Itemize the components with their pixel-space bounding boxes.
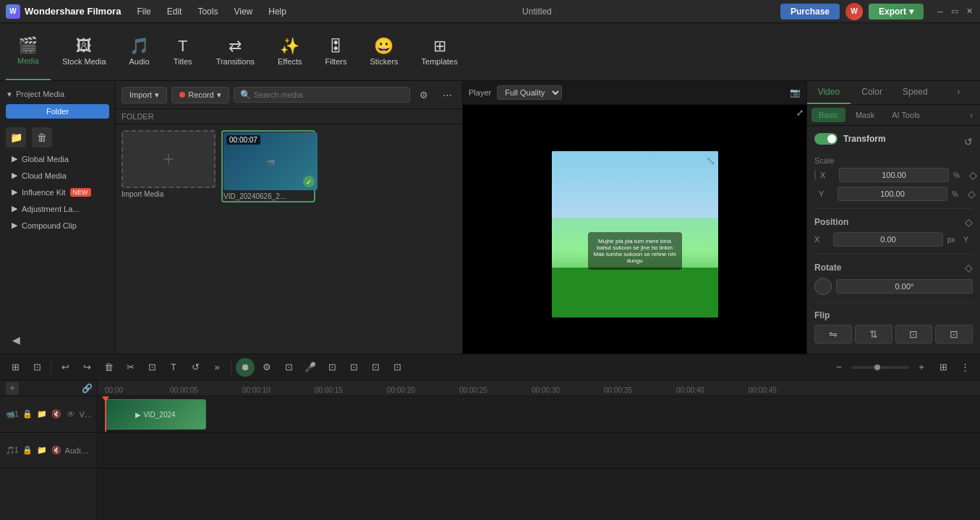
sidebar-item-cloud-media[interactable]: ▶ Cloud Media <box>0 167 115 184</box>
preview-mode-icon[interactable]: 📷 <box>790 88 801 98</box>
import-thumb[interactable]: + <box>122 130 216 188</box>
delete-icon[interactable]: 🗑 <box>32 127 52 148</box>
grid-icon[interactable]: ⊞ <box>934 358 953 377</box>
flip-h-btn2[interactable]: ⊡ <box>895 325 933 344</box>
sidebar-item-influence-kit[interactable]: ▶ Influence Kit NEW <box>0 184 115 200</box>
video-clip-1[interactable]: ▶ VID_2024 <box>105 399 206 430</box>
crop-button[interactable]: ⊡ <box>142 358 161 377</box>
zoom-in-button[interactable]: + <box>912 358 931 377</box>
sidebar-item-compound-clip[interactable]: ▶ Compound Clip <box>0 217 115 234</box>
track-mute-icon[interactable]: 🔇 <box>51 409 62 420</box>
menu-file[interactable]: File <box>129 4 158 20</box>
tool-media[interactable]: 🎬 Media <box>6 23 51 80</box>
scale-x-input[interactable]: 100.00 <box>839 168 949 182</box>
tool-titles[interactable]: T Titles <box>161 23 205 80</box>
add-folder-icon[interactable]: 📁 <box>6 127 26 148</box>
tab-video[interactable]: Video <box>807 81 851 104</box>
zoom-in-icon[interactable]: ⊡ <box>388 358 406 377</box>
more-tools[interactable]: » <box>208 358 226 377</box>
timeline-tracks-area[interactable]: 00:00 00:00:05 00:00:10 00:00:15 00:00:2… <box>98 380 980 520</box>
tool-audio[interactable]: 🎵 Audio <box>118 23 161 80</box>
mic-icon[interactable]: 🎤 <box>301 358 320 377</box>
scale-y-reset-icon[interactable]: ◇ <box>968 188 976 200</box>
maximize-button[interactable]: ▭ <box>950 7 960 17</box>
menu-view[interactable]: View <box>226 4 260 20</box>
tool-filters[interactable]: 🎛 Filters <box>313 23 358 80</box>
minimize-button[interactable]: ─ <box>935 7 945 17</box>
sub-tab-mask[interactable]: Mask <box>848 108 882 122</box>
tab-more[interactable]: › <box>937 81 980 104</box>
sub-tab-more[interactable]: › <box>967 108 976 122</box>
effects-tl-icon[interactable]: ⊡ <box>344 358 363 377</box>
search-input[interactable] <box>254 90 404 99</box>
audio-stretch-icon[interactable]: ⊡ <box>27 358 46 377</box>
expand-icon[interactable]: ⤡ <box>706 154 715 168</box>
media-item-vid1[interactable]: 📹 00:00:07 ✓ VID_20240626_2... <box>221 130 315 203</box>
zoom-out-button[interactable]: − <box>830 358 848 377</box>
track-visibility-icon[interactable]: 👁 <box>65 409 77 420</box>
import-media-item[interactable]: + Import Media <box>122 130 216 203</box>
tab-color[interactable]: Color <box>851 81 894 104</box>
add-track-button[interactable]: + <box>6 382 19 395</box>
track-folder-icon[interactable]: 📁 <box>36 409 48 420</box>
purchase-button[interactable]: Purchase <box>780 4 840 20</box>
folder-button[interactable]: Folder <box>6 104 109 119</box>
tool-stickers[interactable]: 😀 Stickers <box>358 23 409 80</box>
scale-y-input[interactable]: 100.00 <box>838 187 947 201</box>
zoom-thumb[interactable] <box>874 365 880 370</box>
tab-speed[interactable]: Speed <box>894 81 937 104</box>
expand-preview-icon[interactable]: ⤢ <box>796 108 804 118</box>
more-options-icon[interactable]: ⋮ <box>955 358 974 377</box>
close-button[interactable]: ✕ <box>964 7 974 17</box>
tool-effects[interactable]: ✨ Effects <box>266 23 313 80</box>
flip-v-btn2[interactable]: ⊡ <box>935 325 973 344</box>
position-reset-icon[interactable]: ◇ <box>965 216 973 228</box>
text-tl-icon[interactable]: ⊡ <box>366 358 385 377</box>
menu-edit[interactable]: Edit <box>160 4 189 20</box>
sidebar-item-adjustment[interactable]: ▶ Adjustment La... <box>0 200 115 217</box>
flip-vertical-button[interactable]: ⇅ <box>855 325 892 344</box>
rotate-reset-icon[interactable]: ◇ <box>965 262 973 273</box>
audio-track-row[interactable] <box>98 432 980 469</box>
scale-x-reset-icon[interactable]: ◇ <box>969 169 977 181</box>
filter-icon[interactable]: ⚙ <box>414 85 433 104</box>
sub-tab-ai-tools[interactable]: AI Tools <box>885 108 927 122</box>
menu-help[interactable]: Help <box>261 4 294 20</box>
pos-x-input[interactable]: 0.00 <box>833 232 943 247</box>
record-tl-button[interactable]: ⏺ <box>236 358 255 377</box>
sidebar-project-media[interactable]: ▼ Project Media <box>0 87 115 101</box>
text-button[interactable]: T <box>164 358 183 377</box>
flip-horizontal-button[interactable]: ⇋ <box>814 325 852 344</box>
tool-stock-media[interactable]: 🖼 Stock Media <box>51 23 118 80</box>
zoom-track[interactable] <box>851 366 909 369</box>
track-lock-icon[interactable]: 🔒 <box>22 409 33 420</box>
undo-button[interactable]: ↩ <box>56 358 74 377</box>
split-button[interactable]: ✂ <box>121 358 140 377</box>
layout-icon[interactable]: ⊡ <box>323 358 341 377</box>
sidebar-item-global-media[interactable]: ▶ Global Media <box>0 150 115 167</box>
settings-icon[interactable]: ⚙ <box>257 358 276 377</box>
transform-reset-icon[interactable]: ↺ <box>964 136 973 148</box>
menu-tools[interactable]: Tools <box>190 4 225 20</box>
tool-templates[interactable]: ⊞ Templates <box>410 23 469 80</box>
delete-button[interactable]: 🗑 <box>99 358 118 377</box>
export-button[interactable]: Export ▾ <box>869 4 924 20</box>
transform-toggle[interactable] <box>814 133 838 145</box>
link-icon[interactable]: 🔗 <box>77 382 97 395</box>
scene-detect-icon[interactable]: ⊞ <box>6 358 25 377</box>
quality-select[interactable]: Full Quality <box>497 85 562 100</box>
rotate-dial[interactable] <box>814 278 832 295</box>
import-button[interactable]: Import ▾ <box>122 87 167 103</box>
playhead[interactable] <box>105 396 106 432</box>
more-icon[interactable]: ⋯ <box>438 85 456 104</box>
sub-tab-basic[interactable]: Basic <box>811 108 845 122</box>
collapse-icon[interactable]: ◀ <box>6 330 26 350</box>
audio-track-lock-icon[interactable]: 🔒 <box>22 445 33 456</box>
audio-track-mute-icon[interactable]: 🔇 <box>51 445 62 456</box>
rotate-input[interactable]: 0.00° <box>836 279 973 294</box>
audio-track-folder-icon[interactable]: 📁 <box>36 445 48 456</box>
redo-button[interactable]: ↪ <box>77 358 96 377</box>
rotate-btn[interactable]: ↺ <box>186 358 205 377</box>
video-track-row[interactable]: ▶ VID_2024 <box>98 396 980 432</box>
shield-icon[interactable]: ⊡ <box>279 358 298 377</box>
